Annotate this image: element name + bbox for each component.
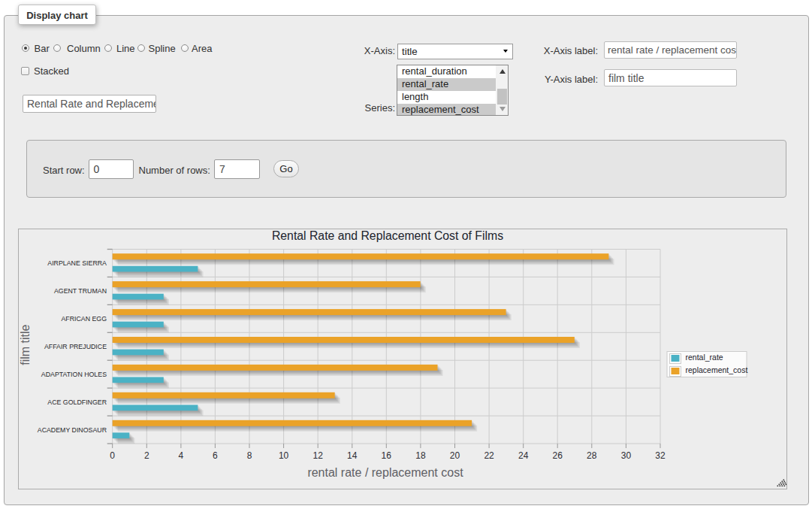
svg-text:16: 16 xyxy=(382,450,392,461)
svg-text:2: 2 xyxy=(144,450,149,461)
svg-text:28: 28 xyxy=(587,450,597,461)
svg-text:6: 6 xyxy=(213,450,218,461)
svg-text:AFRICAN EGG: AFRICAN EGG xyxy=(61,315,107,323)
svg-text:rental rate / replacement cost: rental rate / replacement cost xyxy=(307,466,463,479)
svg-text:Rental Rate and Replacement Co: Rental Rate and Replacement Cost of Film… xyxy=(272,229,503,242)
svg-text:24: 24 xyxy=(518,450,529,461)
svg-text:AGENT TRUMAN: AGENT TRUMAN xyxy=(54,287,107,295)
svg-text:30: 30 xyxy=(621,450,632,461)
svg-text:18: 18 xyxy=(415,450,426,461)
svg-text:20: 20 xyxy=(450,450,460,461)
svg-text:22: 22 xyxy=(484,450,494,461)
svg-text:ADAPTATION HOLES: ADAPTATION HOLES xyxy=(41,371,107,378)
svg-text:32: 32 xyxy=(655,450,666,461)
svg-text:replacement_cost: replacement_cost xyxy=(686,365,748,374)
svg-text:ACADEMY DINOSAUR: ACADEMY DINOSAUR xyxy=(38,426,107,434)
svg-text:8: 8 xyxy=(247,450,252,461)
svg-text:rental_rate: rental_rate xyxy=(686,353,723,362)
svg-text:AFFAIR PREJUDICE: AFFAIR PREJUDICE xyxy=(44,343,107,350)
svg-text:film title: film title xyxy=(19,324,32,365)
svg-text:4: 4 xyxy=(179,450,184,461)
svg-text:26: 26 xyxy=(553,450,563,461)
svg-text:AIRPLANE SIERRA: AIRPLANE SIERRA xyxy=(47,259,107,267)
svg-text:14: 14 xyxy=(347,450,358,461)
svg-text:12: 12 xyxy=(313,450,324,461)
svg-text:0: 0 xyxy=(110,450,115,461)
svg-text:ACE GOLDFINGER: ACE GOLDFINGER xyxy=(47,398,107,406)
svg-text:10: 10 xyxy=(279,450,289,461)
